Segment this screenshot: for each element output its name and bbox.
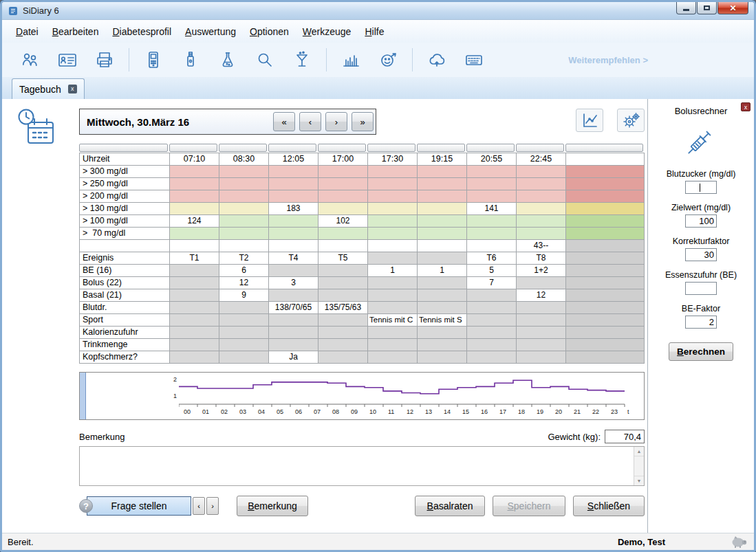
zielwert-input[interactable]: 100 (685, 214, 717, 228)
diary-cell[interactable] (170, 265, 219, 277)
diary-cell[interactable] (170, 277, 219, 289)
diary-cell[interactable] (368, 203, 418, 215)
diary-cell[interactable] (368, 351, 418, 364)
diary-cell[interactable] (467, 314, 517, 327)
time-cell[interactable]: 22:45 (517, 153, 566, 166)
diary-cell[interactable] (517, 190, 566, 203)
diary-cell[interactable] (418, 289, 467, 302)
diary-cell[interactable] (219, 178, 269, 190)
diary-cell[interactable] (219, 351, 269, 364)
diary-cell[interactable]: 12 (219, 277, 269, 289)
last-day-button[interactable]: » (352, 112, 374, 131)
diary-cell[interactable] (219, 314, 269, 327)
diary-cell[interactable] (269, 178, 318, 190)
diary-cell[interactable]: 138/70/65 (269, 302, 318, 314)
diary-cell[interactable] (269, 289, 318, 302)
diary-cell[interactable] (467, 240, 517, 252)
close-button[interactable]: ✕ (717, 2, 748, 14)
toolbar-button-wellbeing[interactable] (369, 47, 407, 73)
diary-cell[interactable]: 141 (467, 203, 517, 215)
diary-cell[interactable] (318, 314, 368, 327)
diary-cell[interactable]: 102 (318, 215, 368, 228)
next-day-button[interactable]: › (325, 112, 347, 131)
diary-cell[interactable]: 1 (418, 265, 467, 277)
diary-cell[interactable] (318, 351, 368, 364)
diary-cell[interactable] (418, 203, 467, 215)
menu-item-hilfe[interactable]: Hilfe (358, 23, 391, 41)
statistics-button[interactable] (576, 109, 603, 132)
diary-cell[interactable] (368, 252, 418, 265)
tab-close-icon[interactable]: x (68, 85, 77, 93)
diary-cell[interactable] (368, 240, 418, 252)
first-day-button[interactable]: « (273, 112, 295, 131)
remark-textarea[interactable] (80, 447, 633, 485)
diary-cell[interactable] (418, 277, 467, 289)
diary-cell[interactable] (318, 277, 368, 289)
diary-cell[interactable] (368, 215, 418, 228)
diary-cell[interactable] (418, 351, 467, 364)
time-cell[interactable]: 17:00 (318, 153, 368, 166)
calculate-button[interactable]: Berechnen (669, 342, 733, 361)
diary-cell[interactable] (170, 240, 219, 252)
diary-cell[interactable] (318, 265, 368, 277)
diary-cell[interactable]: 12 (517, 289, 566, 302)
diary-cell[interactable] (269, 240, 318, 252)
close-diary-button[interactable]: Schließen (573, 496, 645, 516)
diary-cell[interactable] (318, 166, 368, 178)
diary-cell[interactable] (318, 190, 368, 203)
diary-cell[interactable] (368, 166, 418, 178)
column-header[interactable] (466, 144, 515, 152)
diary-cell[interactable] (418, 302, 467, 314)
menu-item-optionen[interactable]: Optionen (243, 23, 296, 41)
diary-cell[interactable]: Tennis mit C (368, 314, 418, 327)
diary-cell[interactable]: T4 (269, 252, 318, 265)
diary-cell[interactable] (269, 327, 318, 339)
column-header[interactable] (367, 144, 415, 152)
time-cell[interactable]: 07:10 (170, 153, 219, 166)
toolbar-button-meter[interactable] (135, 47, 172, 73)
diary-cell[interactable] (219, 203, 269, 215)
diary-cell[interactable] (418, 228, 467, 240)
diary-cell[interactable] (170, 327, 219, 339)
time-cell[interactable]: 17:30 (368, 153, 418, 166)
minimize-button[interactable] (676, 2, 696, 14)
diary-cell[interactable] (269, 339, 318, 351)
diary-cell[interactable] (170, 314, 219, 327)
toolbar-button-profile[interactable] (49, 47, 86, 73)
diary-cell[interactable]: T1 (170, 252, 219, 265)
diary-cell[interactable] (219, 166, 269, 178)
diary-cell[interactable] (418, 339, 467, 351)
toolbar-button-sync[interactable] (418, 47, 455, 73)
diary-cell[interactable] (467, 166, 517, 178)
time-cell[interactable]: 08:30 (219, 153, 269, 166)
diary-cell[interactable]: 9 (219, 289, 269, 302)
menu-item-diabetesprofil[interactable]: Diabetesprofil (105, 23, 178, 41)
toolbar-button-print[interactable] (86, 47, 123, 73)
weight-input[interactable]: 70,4 (605, 430, 645, 443)
diary-cell[interactable]: T8 (517, 252, 566, 265)
previous-day-button[interactable]: ‹ (299, 112, 321, 131)
diary-cell[interactable] (368, 190, 418, 203)
diary-cell[interactable]: Tennis mit S (418, 314, 467, 327)
diary-cell[interactable] (170, 190, 219, 203)
ask-question-button[interactable]: Frage stellen (87, 496, 191, 516)
blutzucker-input[interactable] (685, 181, 717, 194)
diary-cell[interactable] (269, 190, 318, 203)
graph-scroll-strip[interactable] (80, 373, 86, 419)
diary-cell[interactable]: 43-- (517, 240, 566, 252)
diary-cell[interactable] (517, 327, 566, 339)
column-header[interactable] (169, 144, 217, 152)
ask-next-button[interactable]: › (206, 497, 219, 515)
maximize-button[interactable] (697, 2, 717, 14)
diary-cell[interactable]: 6 (219, 265, 269, 277)
menu-item-bearbeiten[interactable]: Bearbeiten (45, 23, 106, 41)
diary-cell[interactable] (368, 178, 418, 190)
be-faktor-input[interactable]: 2 (685, 316, 717, 329)
diary-cell[interactable] (467, 190, 517, 203)
diary-cell[interactable] (170, 166, 219, 178)
essenszufuhr-input[interactable] (685, 282, 717, 295)
menu-item-werkzeuge[interactable]: Werkzeuge (296, 23, 358, 41)
settings-button[interactable] (617, 109, 645, 132)
diary-cell[interactable] (318, 339, 368, 351)
time-cell[interactable]: 12:05 (269, 153, 318, 166)
